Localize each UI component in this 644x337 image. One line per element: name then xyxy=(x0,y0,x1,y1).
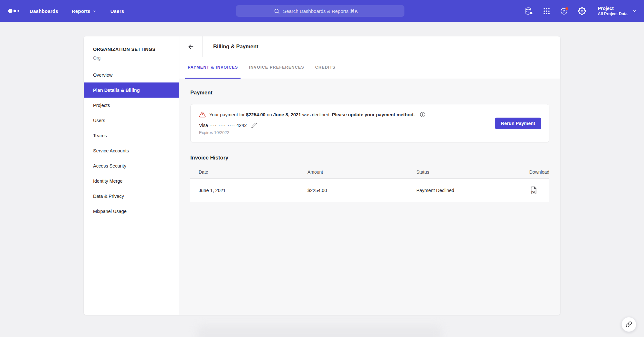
search-icon xyxy=(274,8,280,14)
global-search[interactable] xyxy=(236,5,404,17)
nav-item-dashboards[interactable]: Dashboards xyxy=(30,8,58,14)
tab-invoice-preferences[interactable]: INVOICE PREFERENCES xyxy=(246,57,307,79)
toast-shadow xyxy=(197,325,442,337)
column-header-date: Date xyxy=(199,169,308,175)
sidebar-list: Overview Plan Details & Billing Projects… xyxy=(84,67,179,219)
column-header-amount: Amount xyxy=(308,169,416,175)
invoice-amount: $2254.00 xyxy=(308,188,416,193)
sidebar-item-teams[interactable]: Teams xyxy=(84,128,179,143)
sidebar-item-plan-details-billing[interactable]: Plan Details & Billing xyxy=(84,82,179,98)
back-button[interactable] xyxy=(179,36,203,57)
sidebar-item-service-accounts[interactable]: Service Accounts xyxy=(84,143,179,158)
sidebar-item-data-privacy[interactable]: Data & Privacy xyxy=(84,188,179,204)
card-expiry: Expires 10/2022 xyxy=(199,130,541,135)
invoice-status: Payment Declined xyxy=(416,188,525,193)
help-icon[interactable]: ? xyxy=(560,7,569,15)
alert-text: Your payment for $2254.00 on June 8, 202… xyxy=(209,112,415,117)
project-label: Project xyxy=(598,6,628,11)
edit-pencil-icon[interactable] xyxy=(251,122,257,128)
sidebar-item-access-security[interactable]: Access Security xyxy=(84,158,179,173)
nav-right-cluster: ? Project All Project Data xyxy=(525,6,637,16)
sidebar-item-users[interactable]: Users xyxy=(84,113,179,128)
sidebar-heading: ORGANIZATION SETTINGS xyxy=(93,47,179,52)
arrow-left-icon xyxy=(187,43,194,50)
notification-badge xyxy=(565,7,568,10)
tab-payment-invoices[interactable]: PAYMENT & INVOICES xyxy=(185,57,241,79)
search-input[interactable] xyxy=(283,8,367,14)
column-header-status: Status xyxy=(416,169,525,175)
data-management-icon[interactable] xyxy=(525,7,533,15)
org-name: Org xyxy=(93,55,179,61)
nav-item-reports[interactable]: Reports xyxy=(72,8,97,14)
nav-links: Dashboards Reports Users xyxy=(30,8,124,14)
apps-grid-icon[interactable] xyxy=(543,7,551,15)
project-value: All Project Data xyxy=(598,12,628,16)
page-title: Billing & Payment xyxy=(213,43,258,50)
invoice-table-header: Date Amount Status Download xyxy=(190,165,549,179)
column-header-download: Download xyxy=(525,169,549,175)
copy-link-button[interactable] xyxy=(621,317,636,332)
org-settings-sidebar: ORGANIZATION SETTINGS Org Overview Plan … xyxy=(84,36,179,315)
project-text: Project All Project Data xyxy=(598,6,628,16)
nav-item-users[interactable]: Users xyxy=(110,8,124,14)
payment-declined-alert: Your payment for $2254.00 on June 8, 202… xyxy=(199,111,541,118)
project-switcher[interactable]: Project All Project Data xyxy=(598,6,637,16)
invoice-date: June 1, 2021 xyxy=(199,188,308,193)
chevron-down-icon xyxy=(93,9,97,13)
top-nav: Dashboards Reports Users xyxy=(0,0,644,22)
nav-item-label: Users xyxy=(110,8,124,14)
mixpanel-logo-icon[interactable] xyxy=(8,8,21,14)
settings-card: ORGANIZATION SETTINGS Org Overview Plan … xyxy=(84,36,560,315)
billing-main: Billing & Payment PAYMENT & INVOICES INV… xyxy=(179,36,560,315)
info-icon[interactable] xyxy=(420,111,426,118)
chevron-down-icon xyxy=(632,9,637,14)
invoice-table: Date Amount Status Download June 1, 2021… xyxy=(190,165,549,202)
billing-tabs: PAYMENT & INVOICES INVOICE PREFERENCES C… xyxy=(179,57,560,79)
invoice-history-title: Invoice History xyxy=(190,155,549,161)
card-on-file: Visa ···· ···· ···· 4242 xyxy=(199,122,541,128)
payment-section-title: Payment xyxy=(190,90,549,96)
payment-card: Your payment for $2254.00 on June 8, 202… xyxy=(190,104,549,142)
svg-text:?: ? xyxy=(563,9,565,14)
sidebar-item-projects[interactable]: Projects xyxy=(84,98,179,113)
rerun-payment-button[interactable]: Rerun Payment xyxy=(495,118,541,129)
invoice-row: June 1, 2021 $2254.00 Payment Declined P… xyxy=(190,179,549,202)
billing-header: Billing & Payment xyxy=(179,36,560,57)
tab-credits[interactable]: CREDITS xyxy=(313,57,338,79)
svg-text:PDF: PDF xyxy=(531,191,535,193)
sidebar-item-overview[interactable]: Overview xyxy=(84,67,179,82)
nav-item-label: Reports xyxy=(72,8,90,14)
tab-content: Payment Your payment for $2254.00 on Jun… xyxy=(179,79,560,315)
settings-gear-icon[interactable] xyxy=(578,7,586,15)
download-pdf-icon[interactable]: PDF xyxy=(530,186,537,195)
sidebar-item-mixpanel-usage[interactable]: Mixpanel Usage xyxy=(84,204,179,219)
nav-item-label: Dashboards xyxy=(30,8,58,14)
sidebar-item-identity-merge[interactable]: Identity Merge xyxy=(84,173,179,188)
link-icon xyxy=(626,321,632,328)
card-summary: Visa ···· ···· ···· 4242 xyxy=(199,123,247,128)
warning-triangle-icon xyxy=(199,111,206,118)
